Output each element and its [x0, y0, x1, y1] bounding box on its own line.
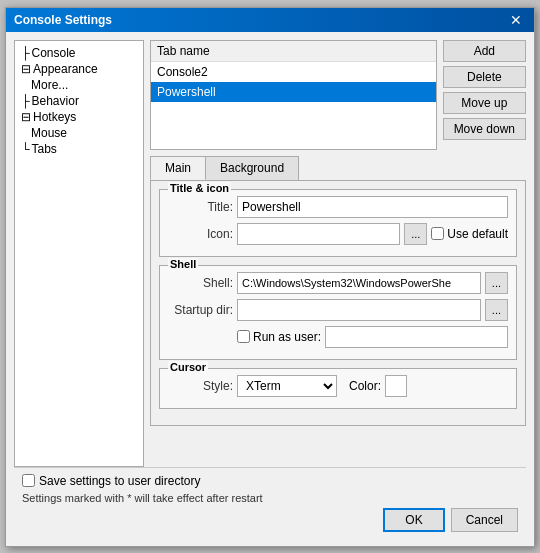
- tab-bar-container: Main Background Title & icon Title:: [150, 156, 526, 426]
- shell-browse-button[interactable]: ...: [485, 272, 508, 294]
- tab-list-area: Tab name Console2 Powershell Add Delete …: [150, 40, 526, 150]
- tab-buttons: Add Delete Move up Move down: [443, 40, 526, 150]
- use-default-label[interactable]: Use default: [431, 227, 508, 241]
- run-as-row: Run as user:: [168, 326, 508, 348]
- dialog-footer: Save settings to user directory Settings…: [14, 467, 526, 538]
- run-as-user-label[interactable]: Run as user:: [237, 330, 321, 344]
- move-up-button[interactable]: Move up: [443, 92, 526, 114]
- tree-item-tabs[interactable]: └ Tabs: [17, 141, 141, 157]
- cursor-row: Style: XTerm Block Underline Color:: [168, 375, 508, 397]
- icon-browse-button[interactable]: ...: [404, 223, 427, 245]
- cursor-color-label: Color:: [349, 379, 381, 393]
- shell-row: Shell: ...: [168, 272, 508, 294]
- tree-panel: ├ Console ⊟ Appearance More... ├ Behavio…: [14, 40, 144, 467]
- startup-row: Startup dir: ...: [168, 299, 508, 321]
- console-settings-dialog: Console Settings ✕ ├ Console ⊟ Appearanc…: [5, 7, 535, 547]
- expand-icon: ⊟: [21, 110, 31, 124]
- tab-list-item-powershell[interactable]: Powershell: [151, 82, 436, 102]
- save-settings-label: Save settings to user directory: [39, 474, 200, 488]
- cursor-section-label: Cursor: [168, 361, 208, 373]
- expand-icon: ⊟: [21, 62, 31, 76]
- tree-item-more[interactable]: More...: [17, 77, 141, 93]
- tree-item-appearance[interactable]: ⊟ Appearance: [17, 61, 141, 77]
- tab-content-main: Title & icon Title: Icon: ...: [150, 181, 526, 426]
- title-bar: Console Settings ✕: [6, 8, 534, 32]
- delete-button[interactable]: Delete: [443, 66, 526, 88]
- dialog-body: ├ Console ⊟ Appearance More... ├ Behavio…: [6, 32, 534, 546]
- cursor-section: Cursor Style: XTerm Block Underline Colo…: [159, 368, 517, 409]
- tab-list-header: Tab name: [151, 41, 436, 62]
- tree-item-console[interactable]: ├ Console: [17, 45, 141, 61]
- startup-browse-button[interactable]: ...: [485, 299, 508, 321]
- save-row: Save settings to user directory: [22, 474, 518, 488]
- expand-icon: ├: [21, 46, 30, 60]
- icon-label: Icon:: [168, 227, 233, 241]
- tree-item-behavior[interactable]: ├ Behavior: [17, 93, 141, 109]
- dialog-title: Console Settings: [14, 13, 112, 27]
- footer-note: Settings marked with * will take effect …: [22, 492, 518, 504]
- startup-input[interactable]: [237, 299, 481, 321]
- shell-input[interactable]: [237, 272, 481, 294]
- cursor-style-label: Style:: [168, 379, 233, 393]
- title-input[interactable]: [237, 196, 508, 218]
- tree-item-mouse[interactable]: Mouse: [17, 125, 141, 141]
- ok-button[interactable]: OK: [383, 508, 444, 532]
- use-default-checkbox[interactable]: [431, 227, 444, 240]
- title-row: Title:: [168, 196, 508, 218]
- content-panel: Tab name Console2 Powershell Add Delete …: [150, 40, 526, 467]
- shell-label: Shell:: [168, 276, 233, 290]
- tab-list-box: Tab name Console2 Powershell: [150, 40, 437, 150]
- tab-background[interactable]: Background: [205, 156, 299, 180]
- close-button[interactable]: ✕: [506, 13, 526, 27]
- shell-section-label: Shell: [168, 258, 198, 270]
- cursor-style-select[interactable]: XTerm Block Underline: [237, 375, 337, 397]
- tab-list-item-console2[interactable]: Console2: [151, 62, 436, 82]
- startup-label: Startup dir:: [168, 303, 233, 317]
- expand-icon: ├: [21, 94, 30, 108]
- add-button[interactable]: Add: [443, 40, 526, 62]
- cancel-button[interactable]: Cancel: [451, 508, 518, 532]
- title-label: Title:: [168, 200, 233, 214]
- tree-item-hotkeys[interactable]: ⊟ Hotkeys: [17, 109, 141, 125]
- tab-bar: Main Background: [150, 156, 526, 181]
- footer-buttons: OK Cancel: [22, 508, 518, 532]
- icon-input[interactable]: [237, 223, 400, 245]
- title-icon-section-label: Title & icon: [168, 182, 231, 194]
- move-down-button[interactable]: Move down: [443, 118, 526, 140]
- tab-main[interactable]: Main: [150, 156, 206, 180]
- cursor-color-picker[interactable]: [385, 375, 407, 397]
- save-settings-checkbox[interactable]: [22, 474, 35, 487]
- shell-section: Shell Shell: ... Startup dir: ...: [159, 265, 517, 360]
- main-area: ├ Console ⊟ Appearance More... ├ Behavio…: [14, 40, 526, 467]
- expand-icon: └: [21, 142, 30, 156]
- run-as-user-checkbox[interactable]: [237, 330, 250, 343]
- icon-row: Icon: ... Use default: [168, 223, 508, 245]
- run-as-user-input[interactable]: [325, 326, 508, 348]
- title-icon-section: Title & icon Title: Icon: ...: [159, 189, 517, 257]
